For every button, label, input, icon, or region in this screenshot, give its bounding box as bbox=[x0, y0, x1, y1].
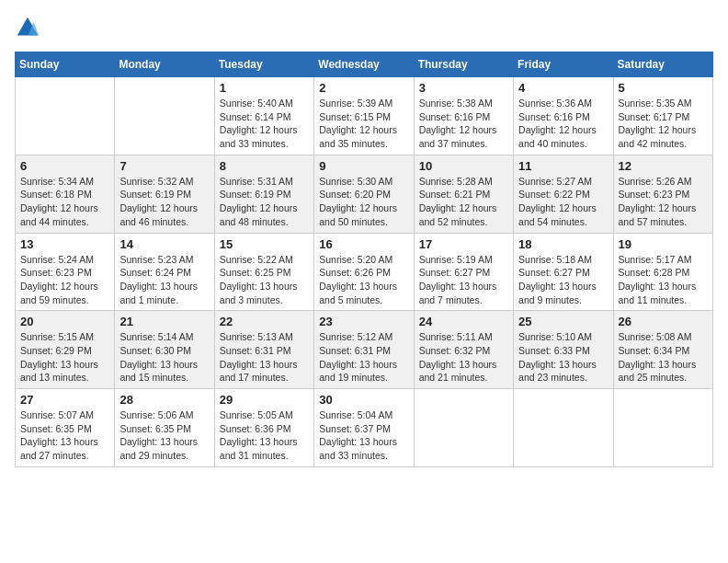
daylight-label: Daylight: 13 hours and 9 minutes. bbox=[518, 281, 597, 305]
sunset-label: Sunset: 6:31 PM bbox=[319, 345, 391, 356]
calendar-cell: 1 Sunrise: 5:40 AM Sunset: 6:14 PM Dayli… bbox=[214, 77, 313, 155]
daylight-label: Daylight: 12 hours and 59 minutes. bbox=[20, 281, 98, 305]
sunset-label: Sunset: 6:35 PM bbox=[119, 423, 191, 434]
day-number: 11 bbox=[518, 159, 608, 173]
sun-info: Sunrise: 5:13 AM Sunset: 6:31 PM Dayligh… bbox=[220, 330, 309, 385]
calendar-cell: 24 Sunrise: 5:11 AM Sunset: 6:32 PM Dayl… bbox=[414, 311, 513, 389]
sunrise-label: Sunrise: 5:35 AM bbox=[619, 98, 692, 109]
sun-info: Sunrise: 5:14 AM Sunset: 6:30 PM Dayligh… bbox=[119, 330, 209, 385]
sunset-label: Sunset: 6:27 PM bbox=[419, 267, 491, 278]
weekday-header: Thursday bbox=[414, 52, 513, 77]
page-header bbox=[15, 15, 713, 40]
sunrise-label: Sunrise: 5:36 AM bbox=[518, 98, 592, 109]
sunrise-label: Sunrise: 5:22 AM bbox=[220, 254, 293, 265]
daylight-label: Daylight: 13 hours and 25 minutes. bbox=[619, 359, 697, 384]
day-number: 28 bbox=[119, 393, 209, 407]
sunrise-label: Sunrise: 5:04 AM bbox=[319, 409, 392, 420]
daylight-label: Daylight: 13 hours and 11 minutes. bbox=[619, 281, 697, 305]
sunrise-label: Sunrise: 5:32 AM bbox=[119, 176, 193, 187]
daylight-label: Daylight: 12 hours and 42 minutes. bbox=[619, 124, 697, 149]
day-number: 10 bbox=[419, 159, 508, 173]
sunrise-label: Sunrise: 5:24 AM bbox=[20, 254, 94, 265]
calendar-cell: 10 Sunrise: 5:28 AM Sunset: 6:21 PM Dayl… bbox=[414, 155, 513, 233]
weekday-header: Sunday bbox=[16, 52, 115, 77]
daylight-label: Daylight: 13 hours and 13 minutes. bbox=[20, 359, 98, 384]
sun-info: Sunrise: 5:36 AM Sunset: 6:16 PM Dayligh… bbox=[518, 97, 608, 151]
calendar-cell: 18 Sunrise: 5:18 AM Sunset: 6:27 PM Dayl… bbox=[514, 233, 613, 311]
sunset-label: Sunset: 6:22 PM bbox=[518, 189, 590, 200]
sunrise-label: Sunrise: 5:34 AM bbox=[20, 176, 94, 187]
calendar-cell: 21 Sunrise: 5:14 AM Sunset: 6:30 PM Dayl… bbox=[115, 311, 214, 389]
day-number: 27 bbox=[20, 393, 109, 407]
day-number: 18 bbox=[518, 237, 608, 251]
daylight-label: Daylight: 12 hours and 46 minutes. bbox=[119, 202, 198, 227]
daylight-label: Daylight: 12 hours and 57 minutes. bbox=[619, 202, 697, 227]
calendar-cell: 26 Sunrise: 5:08 AM Sunset: 6:34 PM Dayl… bbox=[613, 311, 712, 389]
sunset-label: Sunset: 6:31 PM bbox=[220, 345, 291, 356]
calendar-week-row: 1 Sunrise: 5:40 AM Sunset: 6:14 PM Dayli… bbox=[16, 77, 713, 155]
daylight-label: Daylight: 13 hours and 31 minutes. bbox=[220, 436, 298, 461]
calendar-week-row: 27 Sunrise: 5:07 AM Sunset: 6:35 PM Dayl… bbox=[16, 389, 713, 467]
sunset-label: Sunset: 6:23 PM bbox=[619, 189, 690, 200]
daylight-label: Daylight: 12 hours and 40 minutes. bbox=[518, 124, 597, 149]
day-number: 1 bbox=[220, 81, 309, 95]
sunrise-label: Sunrise: 5:12 AM bbox=[319, 331, 392, 342]
day-number: 25 bbox=[518, 315, 608, 328]
day-number: 29 bbox=[220, 393, 309, 407]
calendar-cell: 22 Sunrise: 5:13 AM Sunset: 6:31 PM Dayl… bbox=[214, 311, 313, 389]
logo bbox=[15, 15, 44, 40]
daylight-label: Daylight: 13 hours and 19 minutes. bbox=[319, 359, 397, 384]
sunrise-label: Sunrise: 5:18 AM bbox=[518, 254, 592, 265]
sunset-label: Sunset: 6:19 PM bbox=[220, 189, 291, 200]
daylight-label: Daylight: 13 hours and 33 minutes. bbox=[319, 436, 397, 461]
day-number: 8 bbox=[220, 159, 309, 173]
calendar-cell: 30 Sunrise: 5:04 AM Sunset: 6:37 PM Dayl… bbox=[314, 389, 414, 467]
day-number: 20 bbox=[20, 315, 109, 328]
sunrise-label: Sunrise: 5:10 AM bbox=[518, 331, 592, 342]
day-number: 21 bbox=[119, 315, 209, 328]
sun-info: Sunrise: 5:30 AM Sunset: 6:20 PM Dayligh… bbox=[319, 175, 408, 229]
weekday-header: Tuesday bbox=[214, 52, 313, 77]
sunrise-label: Sunrise: 5:27 AM bbox=[518, 176, 592, 187]
sunset-label: Sunset: 6:21 PM bbox=[419, 189, 491, 200]
sunrise-label: Sunrise: 5:05 AM bbox=[220, 409, 293, 420]
sun-info: Sunrise: 5:28 AM Sunset: 6:21 PM Dayligh… bbox=[419, 175, 508, 229]
calendar-cell: 14 Sunrise: 5:23 AM Sunset: 6:24 PM Dayl… bbox=[115, 233, 214, 311]
sun-info: Sunrise: 5:19 AM Sunset: 6:27 PM Dayligh… bbox=[419, 253, 508, 307]
sunrise-label: Sunrise: 5:08 AM bbox=[619, 331, 692, 342]
sunset-label: Sunset: 6:16 PM bbox=[419, 111, 491, 122]
calendar-cell: 13 Sunrise: 5:24 AM Sunset: 6:23 PM Dayl… bbox=[16, 233, 115, 311]
calendar-cell bbox=[613, 389, 712, 467]
weekday-header: Wednesday bbox=[314, 52, 414, 77]
sunset-label: Sunset: 6:29 PM bbox=[20, 345, 92, 356]
daylight-label: Daylight: 13 hours and 7 minutes. bbox=[419, 281, 497, 305]
daylight-label: Daylight: 13 hours and 5 minutes. bbox=[319, 281, 397, 305]
logo-icon bbox=[15, 15, 40, 40]
daylight-label: Daylight: 13 hours and 27 minutes. bbox=[20, 436, 98, 461]
day-number: 24 bbox=[419, 315, 508, 328]
sunrise-label: Sunrise: 5:20 AM bbox=[319, 254, 392, 265]
sun-info: Sunrise: 5:15 AM Sunset: 6:29 PM Dayligh… bbox=[20, 330, 109, 385]
sunset-label: Sunset: 6:19 PM bbox=[119, 189, 191, 200]
sunrise-label: Sunrise: 5:38 AM bbox=[419, 98, 493, 109]
calendar-cell bbox=[115, 77, 214, 155]
sunset-label: Sunset: 6:28 PM bbox=[619, 267, 690, 278]
sunset-label: Sunset: 6:34 PM bbox=[619, 345, 690, 356]
day-number: 15 bbox=[220, 237, 309, 251]
sun-info: Sunrise: 5:39 AM Sunset: 6:15 PM Dayligh… bbox=[319, 97, 408, 151]
day-number: 6 bbox=[20, 159, 109, 173]
sunrise-label: Sunrise: 5:19 AM bbox=[419, 254, 493, 265]
daylight-label: Daylight: 12 hours and 44 minutes. bbox=[20, 202, 98, 227]
calendar-cell: 20 Sunrise: 5:15 AM Sunset: 6:29 PM Dayl… bbox=[16, 311, 115, 389]
day-number: 30 bbox=[319, 393, 408, 407]
sunrise-label: Sunrise: 5:30 AM bbox=[319, 176, 392, 187]
daylight-label: Daylight: 12 hours and 48 minutes. bbox=[220, 202, 298, 227]
calendar-cell: 7 Sunrise: 5:32 AM Sunset: 6:19 PM Dayli… bbox=[115, 155, 214, 233]
calendar-cell: 27 Sunrise: 5:07 AM Sunset: 6:35 PM Dayl… bbox=[16, 389, 115, 467]
sunrise-label: Sunrise: 5:14 AM bbox=[119, 331, 193, 342]
sun-info: Sunrise: 5:38 AM Sunset: 6:16 PM Dayligh… bbox=[419, 97, 508, 151]
calendar-table: SundayMondayTuesdayWednesdayThursdayFrid… bbox=[15, 52, 713, 467]
sunrise-label: Sunrise: 5:23 AM bbox=[119, 254, 193, 265]
sunset-label: Sunset: 6:15 PM bbox=[319, 111, 391, 122]
day-number: 12 bbox=[619, 159, 708, 173]
